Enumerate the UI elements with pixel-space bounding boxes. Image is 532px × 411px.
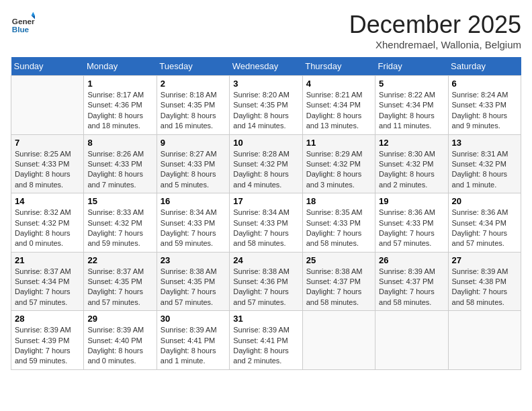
day-number: 21 — [15, 255, 80, 265]
sunset-text: Sunset: 4:36 PM — [87, 100, 152, 110]
sunrise-text: Sunrise: 8:35 AM — [306, 208, 371, 218]
day-number: 14 — [15, 196, 80, 206]
day-number: 5 — [379, 79, 444, 89]
sunset-text: Sunset: 4:33 PM — [233, 218, 298, 228]
day-number: 2 — [161, 79, 226, 89]
calendar-cell: 19Sunrise: 8:36 AMSunset: 4:33 PMDayligh… — [375, 193, 448, 253]
calendar-cell — [375, 311, 448, 370]
day-number: 8 — [87, 138, 152, 148]
day-header-thursday: Thursday — [302, 57, 375, 76]
sunrise-text: Sunrise: 8:17 AM — [87, 90, 152, 100]
daylight-text: Daylight: 7 hours and 58 minutes. — [452, 287, 517, 308]
month-title: December 2025 — [349, 11, 521, 39]
day-number: 7 — [15, 138, 80, 148]
sunrise-text: Sunrise: 8:31 AM — [452, 149, 517, 159]
cell-info: Sunrise: 8:39 AMSunset: 4:41 PMDaylight:… — [161, 325, 226, 367]
cell-info: Sunrise: 8:27 AMSunset: 4:33 PMDaylight:… — [161, 149, 226, 191]
cell-info: Sunrise: 8:25 AMSunset: 4:33 PMDaylight:… — [15, 149, 80, 191]
daylight-text: Daylight: 7 hours and 57 minutes. — [452, 228, 517, 249]
calendar-cell: 2Sunrise: 8:18 AMSunset: 4:35 PMDaylight… — [157, 76, 229, 135]
cell-info: Sunrise: 8:39 AMSunset: 4:40 PMDaylight:… — [87, 325, 152, 367]
calendar-table: SundayMondayTuesdayWednesdayThursdayFrid… — [11, 57, 521, 370]
daylight-text: Daylight: 7 hours and 58 minutes. — [379, 287, 444, 308]
page-header: General Blue December 2025 Xhendremael, … — [11, 11, 521, 50]
daylight-text: Daylight: 7 hours and 57 minutes. — [233, 287, 298, 308]
daylight-text: Daylight: 8 hours and 7 minutes. — [87, 169, 152, 190]
sunset-text: Sunset: 4:38 PM — [452, 277, 517, 287]
sunrise-text: Sunrise: 8:21 AM — [306, 90, 371, 100]
sunrise-text: Sunrise: 8:38 AM — [161, 267, 226, 277]
sunset-text: Sunset: 4:40 PM — [87, 336, 152, 346]
sunset-text: Sunset: 4:35 PM — [161, 277, 226, 287]
sunrise-text: Sunrise: 8:20 AM — [233, 90, 298, 100]
cell-info: Sunrise: 8:32 AMSunset: 4:32 PMDaylight:… — [15, 208, 80, 249]
sunset-text: Sunset: 4:36 PM — [233, 277, 298, 287]
calendar-week-row: 28Sunrise: 8:39 AMSunset: 4:39 PMDayligh… — [11, 311, 521, 370]
cell-info: Sunrise: 8:26 AMSunset: 4:33 PMDaylight:… — [87, 149, 152, 191]
calendar-cell: 21Sunrise: 8:37 AMSunset: 4:34 PMDayligh… — [11, 252, 84, 311]
daylight-text: Daylight: 8 hours and 2 minutes. — [379, 169, 444, 190]
cell-info: Sunrise: 8:24 AMSunset: 4:33 PMDaylight:… — [452, 90, 517, 132]
sunrise-text: Sunrise: 8:37 AM — [87, 267, 152, 277]
sunset-text: Sunset: 4:41 PM — [161, 336, 226, 346]
sunset-text: Sunset: 4:32 PM — [306, 159, 371, 169]
calendar-week-row: 7Sunrise: 8:25 AMSunset: 4:33 PMDaylight… — [11, 134, 521, 193]
day-number: 27 — [452, 255, 517, 265]
daylight-text: Daylight: 7 hours and 58 minutes. — [233, 228, 298, 249]
sunrise-text: Sunrise: 8:38 AM — [306, 267, 371, 277]
sunset-text: Sunset: 4:39 PM — [15, 336, 80, 346]
day-number: 22 — [87, 255, 152, 265]
location-subtitle: Xhendremael, Wallonia, Belgium — [349, 39, 521, 50]
sunset-text: Sunset: 4:33 PM — [87, 159, 152, 169]
daylight-text: Daylight: 7 hours and 57 minutes. — [161, 287, 226, 308]
calendar-cell: 24Sunrise: 8:38 AMSunset: 4:36 PMDayligh… — [230, 252, 302, 311]
day-number: 1 — [87, 79, 152, 89]
svg-text:Blue: Blue — [12, 25, 30, 34]
day-number: 18 — [306, 196, 371, 206]
day-number: 17 — [233, 196, 298, 206]
sunrise-text: Sunrise: 8:27 AM — [161, 149, 226, 159]
day-number: 10 — [233, 138, 298, 148]
sunrise-text: Sunrise: 8:37 AM — [15, 267, 80, 277]
sunrise-text: Sunrise: 8:33 AM — [87, 208, 152, 218]
calendar-cell: 15Sunrise: 8:33 AMSunset: 4:32 PMDayligh… — [84, 193, 157, 253]
day-header-tuesday: Tuesday — [157, 57, 229, 76]
day-header-friday: Friday — [375, 57, 448, 76]
cell-info: Sunrise: 8:39 AMSunset: 4:37 PMDaylight:… — [379, 267, 444, 308]
sunset-text: Sunset: 4:32 PM — [15, 218, 80, 228]
day-number: 11 — [306, 138, 371, 148]
daylight-text: Daylight: 7 hours and 57 minutes. — [379, 228, 444, 249]
sunrise-text: Sunrise: 8:38 AM — [233, 267, 298, 277]
day-number: 3 — [233, 79, 298, 89]
daylight-text: Daylight: 8 hours and 1 minute. — [161, 346, 226, 367]
cell-info: Sunrise: 8:39 AMSunset: 4:41 PMDaylight:… — [233, 325, 298, 367]
logo-icon: General Blue — [11, 11, 35, 35]
sunrise-text: Sunrise: 8:34 AM — [161, 208, 226, 218]
sunset-text: Sunset: 4:35 PM — [87, 277, 152, 287]
calendar-cell: 13Sunrise: 8:31 AMSunset: 4:32 PMDayligh… — [448, 134, 521, 193]
calendar-cell: 5Sunrise: 8:22 AMSunset: 4:34 PMDaylight… — [375, 76, 448, 135]
daylight-text: Daylight: 7 hours and 57 minutes. — [87, 287, 152, 308]
day-number: 28 — [15, 314, 80, 324]
daylight-text: Daylight: 8 hours and 2 minutes. — [233, 346, 298, 367]
calendar-cell: 3Sunrise: 8:20 AMSunset: 4:35 PMDaylight… — [230, 76, 302, 135]
day-number: 15 — [87, 196, 152, 206]
day-number: 23 — [161, 255, 226, 265]
cell-info: Sunrise: 8:33 AMSunset: 4:32 PMDaylight:… — [87, 208, 152, 249]
daylight-text: Daylight: 7 hours and 57 minutes. — [15, 287, 80, 308]
cell-info: Sunrise: 8:37 AMSunset: 4:34 PMDaylight:… — [15, 267, 80, 308]
cell-info: Sunrise: 8:28 AMSunset: 4:32 PMDaylight:… — [233, 149, 298, 191]
daylight-text: Daylight: 8 hours and 16 minutes. — [161, 111, 226, 132]
day-number: 25 — [306, 255, 371, 265]
cell-info: Sunrise: 8:38 AMSunset: 4:37 PMDaylight:… — [306, 267, 371, 308]
sunset-text: Sunset: 4:37 PM — [379, 277, 444, 287]
calendar-cell: 10Sunrise: 8:28 AMSunset: 4:32 PMDayligh… — [230, 134, 302, 193]
calendar-week-row: 1Sunrise: 8:17 AMSunset: 4:36 PMDaylight… — [11, 76, 521, 135]
cell-info: Sunrise: 8:35 AMSunset: 4:33 PMDaylight:… — [306, 208, 371, 249]
daylight-text: Daylight: 8 hours and 1 minute. — [452, 169, 517, 190]
sunrise-text: Sunrise: 8:30 AM — [379, 149, 444, 159]
sunrise-text: Sunrise: 8:24 AM — [452, 90, 517, 100]
sunrise-text: Sunrise: 8:39 AM — [161, 325, 226, 335]
cell-info: Sunrise: 8:39 AMSunset: 4:38 PMDaylight:… — [452, 267, 517, 308]
daylight-text: Daylight: 8 hours and 4 minutes. — [233, 169, 298, 190]
